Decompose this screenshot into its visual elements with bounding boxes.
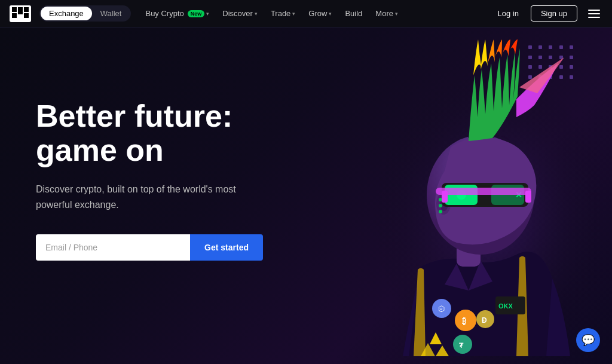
svg-text:Ξ: Ξ <box>439 307 443 313</box>
signup-form: Get started <box>36 234 263 261</box>
svg-point-13 <box>439 210 442 213</box>
nav-right: Log in Sign up <box>490 5 602 22</box>
chevron-icon: ▾ <box>329 11 332 17</box>
svg-text:OKX: OKX <box>498 302 513 310</box>
nav-item-build[interactable]: Build <box>339 5 368 22</box>
svg-rect-3 <box>12 13 17 18</box>
tab-wallet[interactable]: Wallet <box>92 7 130 20</box>
logo[interactable] <box>10 5 31 22</box>
hamburger-menu[interactable] <box>586 7 602 20</box>
svg-rect-5 <box>18 10 23 14</box>
svg-point-12 <box>439 204 442 207</box>
hero-section: ✕ OKX ₿ ⬡ Ξ Ð ₮ <box>0 27 612 364</box>
navbar: Exchange Wallet Buy Crypto New ▾ Discove… <box>0 0 612 27</box>
svg-text:Ð: Ð <box>482 316 487 325</box>
tab-exchange[interactable]: Exchange <box>41 7 92 20</box>
nav-item-more[interactable]: More ▾ <box>369 5 404 22</box>
hamburger-line <box>588 13 600 14</box>
hero-character: ✕ OKX ₿ ⬡ Ξ Ð ₮ <box>325 39 600 356</box>
tab-group: Exchange Wallet <box>39 5 131 22</box>
logo-box <box>10 5 31 22</box>
svg-text:₿: ₿ <box>462 316 466 326</box>
chevron-icon: ▾ <box>292 11 295 17</box>
hamburger-line <box>588 10 600 11</box>
chevron-icon: ▾ <box>206 11 209 17</box>
svg-rect-2 <box>24 7 29 12</box>
chat-support-button[interactable]: 💬 <box>576 328 600 352</box>
svg-rect-21 <box>436 188 531 195</box>
nav-links: Buy Crypto New ▾ Discover ▾ Trade ▾ Grow… <box>139 5 486 22</box>
svg-text:₮: ₮ <box>459 342 464 349</box>
get-started-button[interactable]: Get started <box>190 234 263 261</box>
logo-text <box>12 7 29 20</box>
nav-item-buy-crypto[interactable]: Buy Crypto New ▾ <box>139 5 215 22</box>
chat-icon: 💬 <box>582 334 595 347</box>
svg-rect-0 <box>12 7 17 12</box>
hamburger-line <box>588 17 600 18</box>
new-badge: New <box>188 10 205 17</box>
signup-button[interactable]: Sign up <box>531 5 577 22</box>
hero-content: Better future:game on Discover crypto, b… <box>36 99 263 261</box>
hero-title: Better future:game on <box>36 99 263 167</box>
chevron-icon: ▾ <box>395 11 398 17</box>
nav-item-trade[interactable]: Trade ▾ <box>265 5 301 22</box>
svg-rect-4 <box>24 13 29 18</box>
login-button[interactable]: Log in <box>490 5 525 22</box>
email-phone-input[interactable] <box>36 234 190 261</box>
hero-subtitle: Discover crypto, built on top of the wor… <box>36 182 263 212</box>
chevron-icon: ▾ <box>255 11 258 17</box>
nav-item-discover[interactable]: Discover ▾ <box>216 5 264 22</box>
nav-item-grow[interactable]: Grow ▾ <box>302 5 338 22</box>
